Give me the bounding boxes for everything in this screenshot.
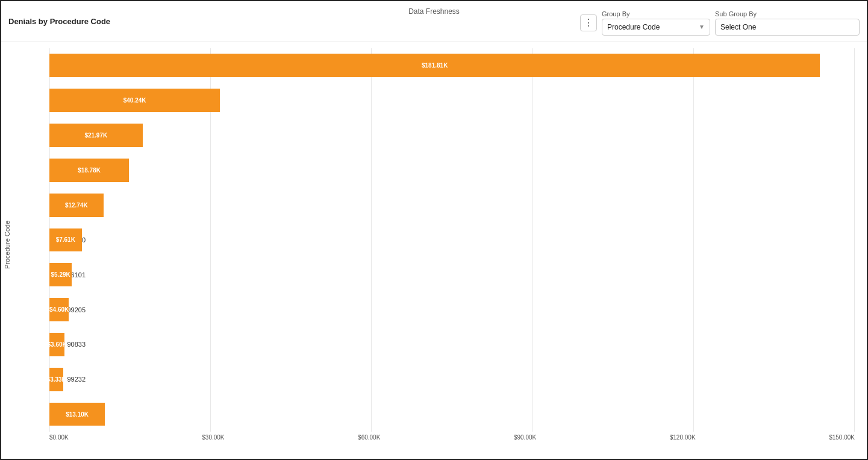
bar[interactable]: $181.81K [49, 54, 820, 77]
bar-value-label: $4.60K [47, 306, 71, 313]
bar-row: 90791$18.78K [49, 153, 855, 187]
x-axis-tick: $90.00K [514, 434, 536, 441]
bar-wrapper: $3.33K [49, 362, 855, 397]
bar[interactable]: $18.78K [49, 159, 129, 182]
bar-wrapper: $18.78K [49, 153, 855, 187]
bar-wrapper: $12.74K [49, 187, 855, 222]
bar-row: 96119$40.24K [49, 83, 855, 118]
bar-wrapper: $4.60K [49, 292, 855, 327]
bar-value-label: $5.29K [48, 271, 72, 278]
bar-row: 96118$181.81K [49, 48, 855, 83]
bar-wrapper: $5.29K [49, 257, 855, 292]
bar-value-label: $18.78K [75, 167, 103, 174]
x-axis: $0.00K$30.00K$60.00K$90.00K$120.00K$150.… [13, 432, 867, 441]
bar-wrapper: $13.10K [49, 397, 855, 432]
header: Denials by Procedure Code Data Freshness… [1, 1, 867, 42]
sub-group-by-dropdown[interactable]: Select One [715, 19, 860, 36]
menu-dots-button[interactable]: ⋮ [580, 14, 597, 31]
bar[interactable]: $3.33K [49, 368, 63, 391]
chart-area: Procedure Code 96118$181.81K96119$40.24K… [1, 42, 867, 459]
dots-icon: ⋮ [584, 17, 593, 28]
bar-value-label: $40.24K [121, 97, 149, 104]
chart-inner: 96118$181.81K96119$40.24K90801$21.97K907… [13, 48, 867, 441]
x-axis-tick: $0.00K [49, 434, 69, 441]
group-by-control: Group By Procedure Code ▼ [602, 10, 710, 36]
bar-value-label: $3.60K [45, 341, 69, 348]
bar-row: Other$13.10K [49, 397, 855, 432]
bar-row: 96120$7.61K [49, 222, 855, 257]
group-by-label: Group By [602, 10, 710, 17]
bar-value-label: $13.10K [63, 411, 91, 418]
bar-value-label: $3.33K [45, 376, 69, 383]
bar[interactable]: $40.24K [49, 89, 220, 112]
bar-row: 99205$4.60K [49, 292, 855, 327]
bar-row: 90833$3.60K [49, 327, 855, 362]
bar-wrapper: $3.60K [49, 327, 855, 362]
bar[interactable]: $5.29K [49, 263, 72, 286]
bar[interactable]: $7.61K [49, 228, 82, 252]
bar-row: 90837$12.74K [49, 187, 855, 222]
group-by-dropdown[interactable]: Procedure Code ▼ [602, 19, 710, 36]
bar-value-label: $7.61K [54, 236, 78, 243]
y-axis-label: Procedure Code [1, 48, 13, 441]
data-freshness-label: Data Freshness [408, 7, 460, 16]
bar[interactable]: $12.74K [49, 194, 104, 217]
bar-wrapper: $181.81K [49, 48, 855, 83]
bar[interactable]: $13.10K [49, 403, 105, 426]
chart-title: Denials by Procedure Code [8, 17, 110, 26]
bar-row: 96101$5.29K [49, 257, 855, 292]
bar-value-label: $21.97K [82, 132, 110, 139]
bar-value-label: $12.74K [63, 202, 90, 209]
group-by-arrow-icon: ▼ [699, 24, 705, 30]
bar[interactable]: $4.60K [49, 298, 69, 321]
bar-value-label: $181.81K [419, 62, 450, 69]
x-axis-tick: $60.00K [358, 434, 380, 441]
bar-row: 99232$3.33K [49, 362, 855, 397]
bars-section: 96118$181.81K96119$40.24K90801$21.97K907… [13, 48, 867, 432]
sub-group-by-label: Sub Group By [715, 10, 860, 17]
controls-area: ⋮ Group By Procedure Code ▼ Sub Group By… [580, 10, 860, 36]
x-axis-tick: $150.00K [829, 434, 855, 441]
group-by-value: Procedure Code [607, 23, 660, 31]
bar-wrapper: $21.97K [49, 118, 855, 153]
sub-group-by-control: Sub Group By Select One [715, 10, 860, 36]
x-axis-tick: $120.00K [670, 434, 696, 441]
bar-wrapper: $40.24K [49, 83, 855, 118]
bar[interactable]: $3.60K [49, 333, 64, 356]
x-axis-tick: $30.00K [202, 434, 224, 441]
bar[interactable]: $21.97K [49, 124, 143, 147]
bar-wrapper: $7.61K [49, 222, 855, 257]
main-container: Denials by Procedure Code Data Freshness… [0, 0, 868, 460]
bar-row: 90801$21.97K [49, 118, 855, 153]
sub-group-by-value: Select One [720, 23, 756, 31]
